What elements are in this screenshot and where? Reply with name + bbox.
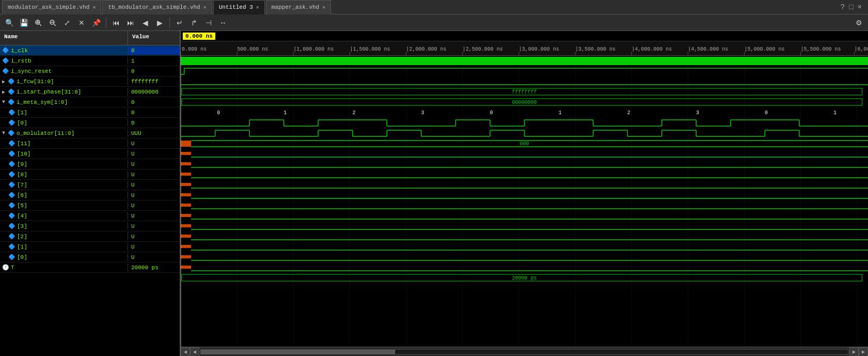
- clear-button[interactable]: ✕: [75, 17, 88, 29]
- signal-value-omol0: U: [128, 254, 180, 261]
- signal-icon-omol0: 🔷: [8, 254, 15, 260]
- signal-icon-imetasym0: 🔷: [8, 119, 15, 126]
- svg-rect-145: [181, 204, 191, 207]
- svg-rect-47: [181, 57, 868, 65]
- zoom-in-button[interactable]: [32, 17, 44, 29]
- signal-row-omol2[interactable]: 🔷[2]U: [0, 231, 180, 242]
- save-button[interactable]: 💾: [18, 17, 30, 29]
- pin-button[interactable]: 📌: [90, 17, 102, 29]
- signal-icon-imetasym1: 🔷: [8, 109, 15, 116]
- scroll-right2-button[interactable]: ▶: [859, 347, 868, 357]
- goto-start-button[interactable]: ⏮: [110, 17, 122, 29]
- signal-icon-irstb: 🔷: [2, 57, 9, 64]
- signal-row-imetasym[interactable]: ▼ 🔷 i_meta_sym[1:0] 0: [0, 97, 180, 107]
- signal-name-omol: ▼ 🔷 o_molulator[11:0]: [0, 129, 128, 137]
- signal-value-isyncreset: 0: [128, 68, 180, 75]
- signal-row-ifcw[interactable]: ▶ 🔷 i_fcw[31:0] ffffffff: [0, 76, 180, 87]
- signal-row-omol8[interactable]: 🔷[8]U: [0, 169, 180, 180]
- cursor4-button[interactable]: ↔: [217, 17, 229, 29]
- fit-button[interactable]: ⤢: [61, 17, 73, 29]
- waveform-rows[interactable]: ffffffff 00000000 0 1: [181, 56, 868, 347]
- signal-row-istartphase[interactable]: ▶ 🔷 i_start_phase[31:0] 00000000: [0, 87, 180, 97]
- signal-icon-imetasym: 🔷: [8, 99, 15, 105]
- svg-text:0: 0: [765, 110, 768, 116]
- svg-text:1: 1: [559, 110, 562, 116]
- scroll-bar[interactable]: ◀ ◀ ▶ ▶: [181, 347, 868, 356]
- signal-row-omol6[interactable]: 🔷[6]U: [0, 190, 180, 200]
- svg-text:0: 0: [217, 110, 220, 116]
- signal-row-irstb[interactable]: 🔷 i_rstb 1: [0, 56, 180, 66]
- signal-row-omol0[interactable]: 🔷[0]U: [0, 252, 180, 262]
- signal-value-ifcw: ffffffff: [128, 78, 180, 85]
- tab-tb-modulator[interactable]: tb_modulator_ask_simple.vhd ✕: [102, 0, 212, 14]
- svg-text:20000 ps: 20000 ps: [512, 275, 536, 281]
- tab-untitled3[interactable]: Untitled 3 ✕: [213, 0, 265, 14]
- title-bar: modulator_ask_simple.vhd ✕ tb_modulator_…: [0, 0, 868, 14]
- next-button[interactable]: ▶: [153, 17, 166, 29]
- tab-close-4[interactable]: ✕: [322, 4, 325, 10]
- signal-name-T: 🕐 T: [0, 264, 128, 271]
- svg-rect-147: [181, 214, 191, 217]
- signal-row-omol1[interactable]: 🔷[1]U: [0, 242, 180, 252]
- signal-row-T[interactable]: 🕐 T 20000 ps: [0, 262, 180, 273]
- cursor3-button[interactable]: ⊣: [202, 17, 215, 29]
- tab-close-1[interactable]: ✕: [92, 4, 96, 10]
- expand-imetasym[interactable]: ▼: [2, 99, 5, 105]
- signal-name-imetasym1: 🔷 [1]: [0, 109, 128, 116]
- signal-value-omol10: U: [128, 150, 180, 158]
- signal-row-omol3[interactable]: 🔷[3]U: [0, 221, 180, 231]
- scroll-thumb[interactable]: [201, 350, 395, 354]
- scroll-right-button[interactable]: ▶: [849, 347, 859, 357]
- signal-row-isyncreset[interactable]: 🔷 i_sync_reset 0: [0, 66, 180, 76]
- signal-row-omol9[interactable]: 🔷[9]U: [0, 159, 180, 169]
- main-content: Name Value 🔷 i_clk 0 🔷 i_rstb 1: [0, 31, 868, 356]
- title-bar-actions: ? □ ×: [841, 3, 866, 11]
- svg-text:2: 2: [352, 110, 355, 116]
- signal-value-imetasym: 0: [128, 99, 180, 106]
- cursor2-button[interactable]: ↱: [188, 17, 200, 29]
- waveform-area[interactable]: 0.000 ns 0.000 ns 500.000 ns |1,000.000 …: [181, 31, 868, 356]
- close-window-icon[interactable]: ×: [858, 3, 862, 11]
- cursor1-button[interactable]: ↵: [173, 17, 186, 29]
- scroll-track[interactable]: [200, 349, 848, 354]
- svg-text:2: 2: [627, 110, 630, 116]
- signal-value-istartphase: 00000000: [128, 88, 180, 96]
- name-column-header: Name: [0, 31, 128, 45]
- svg-text:|1,000.000 ns: |1,000.000 ns: [293, 47, 334, 52]
- signal-row-omol11[interactable]: 🔷[11]U: [0, 138, 180, 149]
- signal-icon-omol10: 🔷: [8, 150, 15, 157]
- expand-ifcw[interactable]: ▶: [2, 79, 5, 85]
- signal-value-omol8: U: [128, 171, 180, 178]
- signal-row-omol[interactable]: ▼ 🔷 o_molulator[11:0] UUU: [0, 128, 180, 138]
- scroll-left-button[interactable]: ◀: [181, 347, 190, 357]
- signal-row-iclk[interactable]: 🔷 i_clk 0: [0, 45, 180, 56]
- signal-row-omol5[interactable]: 🔷[5]U: [0, 200, 180, 211]
- svg-text:1: 1: [283, 110, 287, 116]
- signal-row-omol10[interactable]: 🔷[10]U: [0, 149, 180, 159]
- goto-end-button[interactable]: ⏭: [124, 17, 137, 29]
- signal-row-imetasym1[interactable]: 🔷 [1] 0: [0, 107, 180, 118]
- svg-rect-151: [181, 235, 191, 238]
- signal-value-iclk: 0: [128, 47, 180, 54]
- scroll-left2-button[interactable]: ◀: [190, 347, 199, 357]
- signal-value-omol9: U: [128, 161, 180, 168]
- restore-icon[interactable]: □: [849, 3, 853, 11]
- signal-value-omol4: U: [128, 212, 180, 220]
- expand-istartphase[interactable]: ▶: [2, 89, 5, 95]
- expand-omol[interactable]: ▼: [2, 130, 5, 136]
- prev-button[interactable]: ◀: [139, 17, 151, 29]
- zoom-fit-button[interactable]: 🔍: [3, 17, 15, 29]
- signal-row-omol4[interactable]: 🔷[4]U: [0, 211, 180, 221]
- svg-text:000: 000: [519, 141, 529, 147]
- help-icon[interactable]: ?: [841, 3, 845, 11]
- tab-close-3[interactable]: ✕: [256, 4, 259, 10]
- signal-row-omol7[interactable]: 🔷[7]U: [0, 180, 180, 190]
- settings-button[interactable]: ⚙: [853, 17, 865, 29]
- tab-mapper[interactable]: mapper_ask.vhd ✕: [266, 0, 331, 14]
- zoom-out-button[interactable]: [46, 17, 59, 29]
- svg-text:00000000: 00000000: [512, 100, 536, 105]
- signal-row-imetasym0[interactable]: 🔷 [0] 0: [0, 118, 180, 128]
- tab-close-2[interactable]: ✕: [203, 4, 207, 10]
- signal-icon-omol3: 🔷: [8, 223, 15, 229]
- tab-modulator[interactable]: modulator_ask_simple.vhd ✕: [2, 0, 101, 14]
